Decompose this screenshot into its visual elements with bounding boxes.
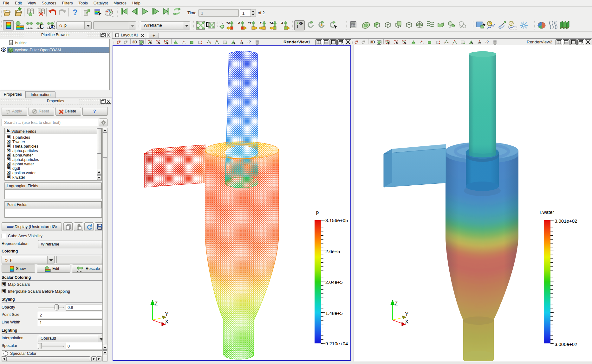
svg-text:C: C <box>39 23 44 30</box>
svg-text:Z: Z <box>394 301 398 307</box>
svg-text:-X: -X <box>237 21 240 24</box>
svg-text:+Y: +Y <box>248 21 252 24</box>
svg-text:Y: Y <box>165 311 168 317</box>
svg-text:+Z: +Z <box>270 21 273 24</box>
svg-text:-Z: -Z <box>280 21 283 24</box>
svg-text:Z: Z <box>154 301 158 307</box>
svg-text:+X: +X <box>226 21 231 24</box>
svg-text:Y: Y <box>405 311 408 317</box>
svg-text:X: X <box>165 319 168 325</box>
svg-text:-Y: -Y <box>259 21 262 24</box>
svg-text:X: X <box>405 319 408 325</box>
